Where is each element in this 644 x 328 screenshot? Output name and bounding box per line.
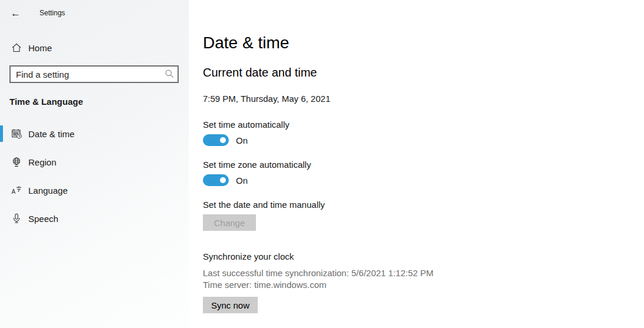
- set-time-automatically-row: On: [203, 134, 620, 146]
- window-title: Settings: [40, 9, 65, 17]
- sidebar-item-label: Date & time: [28, 129, 74, 139]
- set-time-automatically-label: Set time automatically: [203, 119, 620, 131]
- globe-icon: [11, 157, 22, 167]
- set-date-time-manually-label: Set the date and time manually: [203, 199, 620, 211]
- sidebar-item-language[interactable]: A Language: [0, 176, 189, 204]
- sidebar-header: ← Settings: [0, 0, 189, 20]
- settings-window: ← Settings Home Time & Language: [0, 0, 644, 328]
- back-icon[interactable]: ←: [11, 8, 21, 18]
- search-input[interactable]: [9, 65, 179, 83]
- synchronize-clock-heading: Synchronize your clock: [203, 251, 620, 263]
- set-time-zone-automatically-row: On: [203, 174, 620, 186]
- microphone-icon: [11, 213, 22, 224]
- sidebar-item-date-time[interactable]: Date & time: [0, 120, 189, 148]
- home-label: Home: [28, 43, 52, 53]
- svg-text:A: A: [11, 188, 15, 195]
- sidebar-item-speech[interactable]: Speech: [0, 204, 189, 233]
- last-sync-text: Last successful time synchronization: 5/…: [203, 267, 620, 279]
- toggle-knob: [220, 137, 226, 143]
- page-title: Date & time: [203, 33, 620, 53]
- selected-indicator: [0, 125, 3, 142]
- toggle-state-label: On: [236, 135, 248, 145]
- sidebar-item-label: Speech: [28, 214, 58, 224]
- sidebar-item-region[interactable]: Region: [0, 148, 189, 176]
- set-time-zone-automatically-label: Set time zone automatically: [203, 159, 620, 171]
- search-icon[interactable]: [165, 69, 175, 81]
- sidebar-item-home[interactable]: Home: [0, 39, 189, 57]
- sidebar-item-label: Language: [28, 185, 68, 196]
- calendar-clock-icon: [11, 128, 22, 139]
- current-date-time-value: 7:59 PM, Thursday, May 6, 2021: [203, 93, 620, 105]
- time-server-text: Time server: time.windows.com: [203, 279, 620, 291]
- set-time-automatically-toggle[interactable]: [203, 134, 229, 146]
- search-box: [9, 65, 179, 83]
- sync-now-button[interactable]: Sync now: [203, 297, 258, 313]
- section-header-time-language: Time & Language: [9, 97, 189, 107]
- home-icon: [11, 42, 22, 53]
- sidebar: ← Settings Home Time & Language: [0, 0, 189, 328]
- main-content: Date & time Current date and time 7:59 P…: [189, 0, 644, 328]
- change-button[interactable]: Change: [203, 214, 256, 231]
- current-date-time-heading: Current date and time: [203, 65, 620, 80]
- toggle-state-label: On: [236, 175, 248, 185]
- sidebar-nav: Date & time Region: [0, 120, 189, 233]
- language-icon: A: [11, 185, 22, 196]
- toggle-knob: [220, 177, 226, 183]
- sidebar-item-label: Region: [28, 157, 57, 167]
- set-time-zone-automatically-toggle[interactable]: [203, 174, 229, 186]
